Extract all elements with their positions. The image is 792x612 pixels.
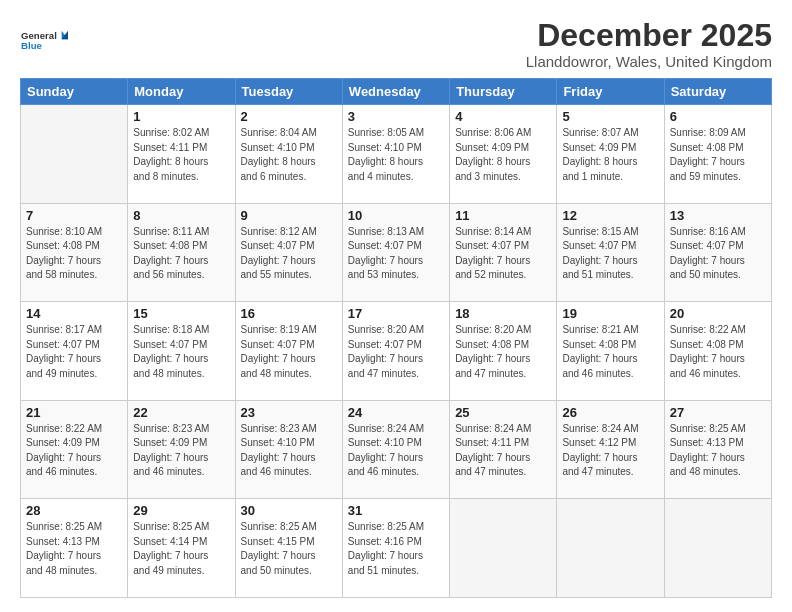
day-number: 1 bbox=[133, 109, 229, 124]
calendar-cell: 23Sunrise: 8:23 AMSunset: 4:10 PMDayligh… bbox=[235, 400, 342, 499]
day-number: 5 bbox=[562, 109, 658, 124]
day-number: 22 bbox=[133, 405, 229, 420]
title-area: December 2025 Llanddowror, Wales, United… bbox=[526, 18, 772, 70]
day-info: Sunrise: 8:07 AMSunset: 4:09 PMDaylight:… bbox=[562, 126, 658, 184]
calendar-cell: 26Sunrise: 8:24 AMSunset: 4:12 PMDayligh… bbox=[557, 400, 664, 499]
header-day: Saturday bbox=[664, 79, 771, 105]
day-info: Sunrise: 8:23 AMSunset: 4:10 PMDaylight:… bbox=[241, 422, 337, 480]
day-info: Sunrise: 8:25 AMSunset: 4:13 PMDaylight:… bbox=[670, 422, 766, 480]
day-info: Sunrise: 8:25 AMSunset: 4:15 PMDaylight:… bbox=[241, 520, 337, 578]
logo: General Blue bbox=[20, 22, 68, 62]
day-number: 21 bbox=[26, 405, 122, 420]
calendar-cell: 28Sunrise: 8:25 AMSunset: 4:13 PMDayligh… bbox=[21, 499, 128, 598]
calendar-cell: 31Sunrise: 8:25 AMSunset: 4:16 PMDayligh… bbox=[342, 499, 449, 598]
day-info: Sunrise: 8:18 AMSunset: 4:07 PMDaylight:… bbox=[133, 323, 229, 381]
day-number: 25 bbox=[455, 405, 551, 420]
header-day: Monday bbox=[128, 79, 235, 105]
day-info: Sunrise: 8:13 AMSunset: 4:07 PMDaylight:… bbox=[348, 225, 444, 283]
day-info: Sunrise: 8:24 AMSunset: 4:12 PMDaylight:… bbox=[562, 422, 658, 480]
calendar-cell: 18Sunrise: 8:20 AMSunset: 4:08 PMDayligh… bbox=[450, 302, 557, 401]
calendar-cell: 14Sunrise: 8:17 AMSunset: 4:07 PMDayligh… bbox=[21, 302, 128, 401]
day-info: Sunrise: 8:10 AMSunset: 4:08 PMDaylight:… bbox=[26, 225, 122, 283]
day-number: 16 bbox=[241, 306, 337, 321]
header-row: SundayMondayTuesdayWednesdayThursdayFrid… bbox=[21, 79, 772, 105]
calendar-cell: 15Sunrise: 8:18 AMSunset: 4:07 PMDayligh… bbox=[128, 302, 235, 401]
day-number: 23 bbox=[241, 405, 337, 420]
day-number: 14 bbox=[26, 306, 122, 321]
calendar-cell: 10Sunrise: 8:13 AMSunset: 4:07 PMDayligh… bbox=[342, 203, 449, 302]
day-number: 29 bbox=[133, 503, 229, 518]
day-number: 11 bbox=[455, 208, 551, 223]
calendar-cell: 6Sunrise: 8:09 AMSunset: 4:08 PMDaylight… bbox=[664, 105, 771, 204]
day-number: 20 bbox=[670, 306, 766, 321]
day-info: Sunrise: 8:09 AMSunset: 4:08 PMDaylight:… bbox=[670, 126, 766, 184]
day-number: 27 bbox=[670, 405, 766, 420]
calendar-cell: 27Sunrise: 8:25 AMSunset: 4:13 PMDayligh… bbox=[664, 400, 771, 499]
day-info: Sunrise: 8:11 AMSunset: 4:08 PMDaylight:… bbox=[133, 225, 229, 283]
calendar-cell: 16Sunrise: 8:19 AMSunset: 4:07 PMDayligh… bbox=[235, 302, 342, 401]
calendar-cell: 11Sunrise: 8:14 AMSunset: 4:07 PMDayligh… bbox=[450, 203, 557, 302]
day-info: Sunrise: 8:22 AMSunset: 4:08 PMDaylight:… bbox=[670, 323, 766, 381]
calendar-cell bbox=[450, 499, 557, 598]
svg-text:Blue: Blue bbox=[21, 40, 42, 51]
calendar-cell: 20Sunrise: 8:22 AMSunset: 4:08 PMDayligh… bbox=[664, 302, 771, 401]
day-number: 13 bbox=[670, 208, 766, 223]
header-day: Sunday bbox=[21, 79, 128, 105]
day-info: Sunrise: 8:17 AMSunset: 4:07 PMDaylight:… bbox=[26, 323, 122, 381]
day-info: Sunrise: 8:06 AMSunset: 4:09 PMDaylight:… bbox=[455, 126, 551, 184]
calendar-cell bbox=[664, 499, 771, 598]
calendar-cell: 8Sunrise: 8:11 AMSunset: 4:08 PMDaylight… bbox=[128, 203, 235, 302]
day-number: 28 bbox=[26, 503, 122, 518]
header: General Blue December 2025 Llanddowror, … bbox=[20, 18, 772, 70]
calendar-cell: 17Sunrise: 8:20 AMSunset: 4:07 PMDayligh… bbox=[342, 302, 449, 401]
calendar-cell: 30Sunrise: 8:25 AMSunset: 4:15 PMDayligh… bbox=[235, 499, 342, 598]
day-number: 19 bbox=[562, 306, 658, 321]
header-day: Friday bbox=[557, 79, 664, 105]
calendar-cell: 5Sunrise: 8:07 AMSunset: 4:09 PMDaylight… bbox=[557, 105, 664, 204]
day-number: 18 bbox=[455, 306, 551, 321]
calendar-cell: 4Sunrise: 8:06 AMSunset: 4:09 PMDaylight… bbox=[450, 105, 557, 204]
header-day: Wednesday bbox=[342, 79, 449, 105]
calendar-cell: 19Sunrise: 8:21 AMSunset: 4:08 PMDayligh… bbox=[557, 302, 664, 401]
day-number: 26 bbox=[562, 405, 658, 420]
logo-svg: General Blue bbox=[20, 22, 68, 62]
calendar-header: SundayMondayTuesdayWednesdayThursdayFrid… bbox=[21, 79, 772, 105]
day-number: 6 bbox=[670, 109, 766, 124]
day-info: Sunrise: 8:25 AMSunset: 4:14 PMDaylight:… bbox=[133, 520, 229, 578]
calendar-cell: 1Sunrise: 8:02 AMSunset: 4:11 PMDaylight… bbox=[128, 105, 235, 204]
day-info: Sunrise: 8:12 AMSunset: 4:07 PMDaylight:… bbox=[241, 225, 337, 283]
day-info: Sunrise: 8:20 AMSunset: 4:07 PMDaylight:… bbox=[348, 323, 444, 381]
day-number: 9 bbox=[241, 208, 337, 223]
day-number: 8 bbox=[133, 208, 229, 223]
calendar-cell: 3Sunrise: 8:05 AMSunset: 4:10 PMDaylight… bbox=[342, 105, 449, 204]
day-info: Sunrise: 8:15 AMSunset: 4:07 PMDaylight:… bbox=[562, 225, 658, 283]
calendar-week: 14Sunrise: 8:17 AMSunset: 4:07 PMDayligh… bbox=[21, 302, 772, 401]
day-number: 10 bbox=[348, 208, 444, 223]
day-number: 12 bbox=[562, 208, 658, 223]
calendar-cell: 9Sunrise: 8:12 AMSunset: 4:07 PMDaylight… bbox=[235, 203, 342, 302]
calendar-cell bbox=[21, 105, 128, 204]
day-number: 15 bbox=[133, 306, 229, 321]
calendar-week: 1Sunrise: 8:02 AMSunset: 4:11 PMDaylight… bbox=[21, 105, 772, 204]
day-info: Sunrise: 8:25 AMSunset: 4:13 PMDaylight:… bbox=[26, 520, 122, 578]
day-info: Sunrise: 8:05 AMSunset: 4:10 PMDaylight:… bbox=[348, 126, 444, 184]
day-info: Sunrise: 8:24 AMSunset: 4:11 PMDaylight:… bbox=[455, 422, 551, 480]
day-number: 17 bbox=[348, 306, 444, 321]
day-info: Sunrise: 8:25 AMSunset: 4:16 PMDaylight:… bbox=[348, 520, 444, 578]
day-info: Sunrise: 8:02 AMSunset: 4:11 PMDaylight:… bbox=[133, 126, 229, 184]
day-number: 31 bbox=[348, 503, 444, 518]
calendar-cell: 2Sunrise: 8:04 AMSunset: 4:10 PMDaylight… bbox=[235, 105, 342, 204]
day-info: Sunrise: 8:22 AMSunset: 4:09 PMDaylight:… bbox=[26, 422, 122, 480]
day-info: Sunrise: 8:04 AMSunset: 4:10 PMDaylight:… bbox=[241, 126, 337, 184]
day-info: Sunrise: 8:19 AMSunset: 4:07 PMDaylight:… bbox=[241, 323, 337, 381]
calendar-body: 1Sunrise: 8:02 AMSunset: 4:11 PMDaylight… bbox=[21, 105, 772, 598]
calendar-cell: 7Sunrise: 8:10 AMSunset: 4:08 PMDaylight… bbox=[21, 203, 128, 302]
day-number: 7 bbox=[26, 208, 122, 223]
day-number: 4 bbox=[455, 109, 551, 124]
day-info: Sunrise: 8:14 AMSunset: 4:07 PMDaylight:… bbox=[455, 225, 551, 283]
day-number: 30 bbox=[241, 503, 337, 518]
day-info: Sunrise: 8:23 AMSunset: 4:09 PMDaylight:… bbox=[133, 422, 229, 480]
page: General Blue December 2025 Llanddowror, … bbox=[0, 0, 792, 612]
month-title: December 2025 bbox=[526, 18, 772, 53]
calendar-week: 7Sunrise: 8:10 AMSunset: 4:08 PMDaylight… bbox=[21, 203, 772, 302]
